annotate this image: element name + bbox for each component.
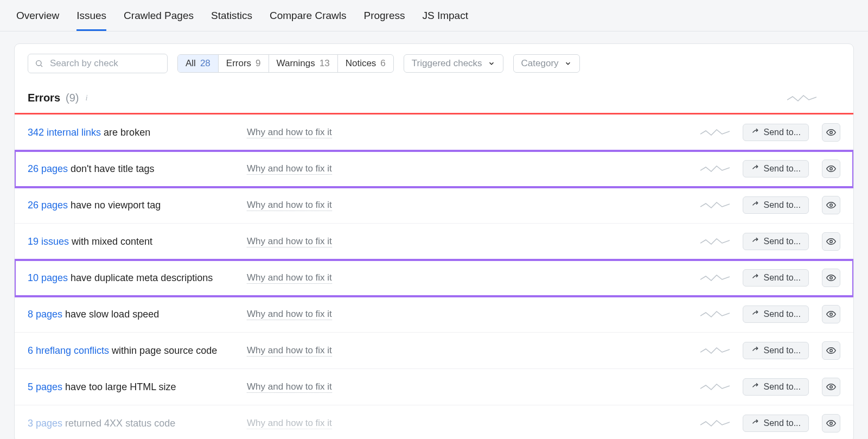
search-icon xyxy=(35,59,43,68)
send-label: Send to... xyxy=(764,346,801,355)
issue-row: 26 pages don't have title tagsWhy and ho… xyxy=(15,151,853,187)
search-box[interactable] xyxy=(28,54,168,73)
send-to-button[interactable]: Send to... xyxy=(743,378,809,396)
eye-icon xyxy=(826,200,836,210)
view-button[interactable] xyxy=(822,123,840,142)
filter-notices[interactable]: Notices6 xyxy=(338,55,393,72)
issue-link[interactable]: 6 hreflang conflicts xyxy=(28,345,109,356)
dropdown-label: Category xyxy=(521,58,559,69)
issue-description: with mixed content xyxy=(69,236,152,247)
send-to-button[interactable]: Send to... xyxy=(743,160,809,177)
why-and-how-link[interactable]: Why and how to fix it xyxy=(247,345,332,357)
issue-link[interactable]: 19 issues xyxy=(28,236,69,247)
send-to-button[interactable]: Send to... xyxy=(743,415,809,432)
issue-description: have slow load speed xyxy=(62,309,159,320)
eye-icon xyxy=(826,346,836,355)
issue-description: have duplicate meta descriptions xyxy=(68,272,213,283)
tab-overview[interactable]: Overview xyxy=(16,0,59,31)
eye-icon xyxy=(826,418,836,428)
issue-row: 19 issues with mixed contentWhy and how … xyxy=(15,224,853,260)
filter-errors[interactable]: Errors9 xyxy=(219,55,269,72)
issue-link[interactable]: 10 pages xyxy=(28,272,68,283)
send-to-button[interactable]: Send to... xyxy=(743,306,809,323)
trend-sparkline-icon xyxy=(700,418,730,428)
tab-crawled-pages[interactable]: Crawled Pages xyxy=(124,0,194,31)
tab-progress[interactable]: Progress xyxy=(363,0,405,31)
issue-link[interactable]: 26 pages xyxy=(28,200,68,211)
share-arrow-icon xyxy=(751,201,760,209)
send-to-button[interactable]: Send to... xyxy=(743,269,809,287)
svg-point-7 xyxy=(830,313,833,316)
trend-sparkline-icon xyxy=(700,200,730,210)
issue-description: returned 4XX status code xyxy=(62,418,175,429)
issue-text: 6 hreflang conflicts within page source … xyxy=(28,345,234,357)
issue-link[interactable]: 5 pages xyxy=(28,381,62,392)
issue-text: 3 pages returned 4XX status code xyxy=(28,418,234,429)
send-label: Send to... xyxy=(764,200,801,210)
svg-point-3 xyxy=(830,168,833,170)
svg-point-6 xyxy=(830,277,833,279)
view-button[interactable] xyxy=(822,305,840,323)
view-button[interactable] xyxy=(822,414,840,432)
why-and-how-link[interactable]: Why and how to fix it xyxy=(247,381,332,393)
tab-issues[interactable]: Issues xyxy=(76,0,106,31)
view-button[interactable] xyxy=(822,341,840,360)
why-and-how-link[interactable]: Why and how to fix it xyxy=(247,418,332,429)
send-to-button[interactable]: Send to... xyxy=(743,196,809,214)
svg-point-5 xyxy=(830,240,833,243)
issue-text: 342 internal links are broken xyxy=(28,127,234,138)
share-arrow-icon xyxy=(751,128,760,137)
filter-label: Warnings xyxy=(277,58,315,69)
send-to-button[interactable]: Send to... xyxy=(743,233,809,250)
issue-row: 26 pages have no viewport tagWhy and how… xyxy=(15,187,853,224)
filter-count: 6 xyxy=(380,58,385,69)
issue-row: 5 pages have too large HTML sizeWhy and … xyxy=(15,369,853,405)
trend-sparkline-icon xyxy=(700,273,730,283)
issue-link[interactable]: 26 pages xyxy=(28,163,68,174)
issue-link[interactable]: 342 internal links xyxy=(28,127,101,138)
issue-text: 8 pages have slow load speed xyxy=(28,309,234,320)
view-button[interactable] xyxy=(822,378,840,396)
send-to-button[interactable]: Send to... xyxy=(743,342,809,359)
issue-link[interactable]: 8 pages xyxy=(28,309,62,320)
share-arrow-icon xyxy=(751,310,760,319)
issue-link[interactable]: 3 pages xyxy=(28,418,62,429)
issue-text: 19 issues with mixed content xyxy=(28,236,234,247)
send-to-button[interactable]: Send to... xyxy=(743,124,809,141)
view-button[interactable] xyxy=(822,269,840,287)
search-input[interactable] xyxy=(49,58,166,69)
why-and-how-link[interactable]: Why and how to fix it xyxy=(247,200,332,211)
filter-label: All xyxy=(186,58,196,69)
section-header: Errors (9) i xyxy=(15,84,853,113)
send-label: Send to... xyxy=(764,237,801,246)
section-count: (9) xyxy=(66,92,79,104)
view-button[interactable] xyxy=(822,160,840,178)
svg-point-9 xyxy=(830,386,833,389)
why-and-how-link[interactable]: Why and how to fix it xyxy=(247,236,332,247)
issue-text: 10 pages have duplicate meta description… xyxy=(28,272,234,284)
issues-card: All28Errors9Warnings13Notices6 Triggered… xyxy=(14,43,854,439)
share-arrow-icon xyxy=(751,273,760,282)
tab-statistics[interactable]: Statistics xyxy=(211,0,252,31)
view-button[interactable] xyxy=(822,196,840,214)
chevron-down-icon xyxy=(488,60,495,67)
filter-all[interactable]: All28 xyxy=(178,55,219,72)
info-icon[interactable]: i xyxy=(84,93,87,103)
filter-warnings[interactable]: Warnings13 xyxy=(269,55,338,72)
issue-description: are broken xyxy=(101,127,150,138)
why-and-how-link[interactable]: Why and how to fix it xyxy=(247,272,332,284)
tab-compare-crawls[interactable]: Compare Crawls xyxy=(270,0,346,31)
trend-sparkline-icon xyxy=(700,309,730,319)
view-button[interactable] xyxy=(822,232,840,251)
why-and-how-link[interactable]: Why and how to fix it xyxy=(247,163,332,175)
why-and-how-link[interactable]: Why and how to fix it xyxy=(247,309,332,320)
send-label: Send to... xyxy=(764,418,801,428)
report-tabs: OverviewIssuesCrawled PagesStatisticsCom… xyxy=(0,0,868,31)
tab-js-impact[interactable]: JS Impact xyxy=(423,0,468,31)
share-arrow-icon xyxy=(751,346,760,355)
why-and-how-link[interactable]: Why and how to fix it xyxy=(247,127,332,138)
triggered-checks-dropdown[interactable]: Triggered checks xyxy=(404,54,503,73)
eye-icon xyxy=(826,382,836,392)
issue-row: 342 internal links are brokenWhy and how… xyxy=(15,114,853,151)
category-dropdown[interactable]: Category xyxy=(513,54,580,73)
